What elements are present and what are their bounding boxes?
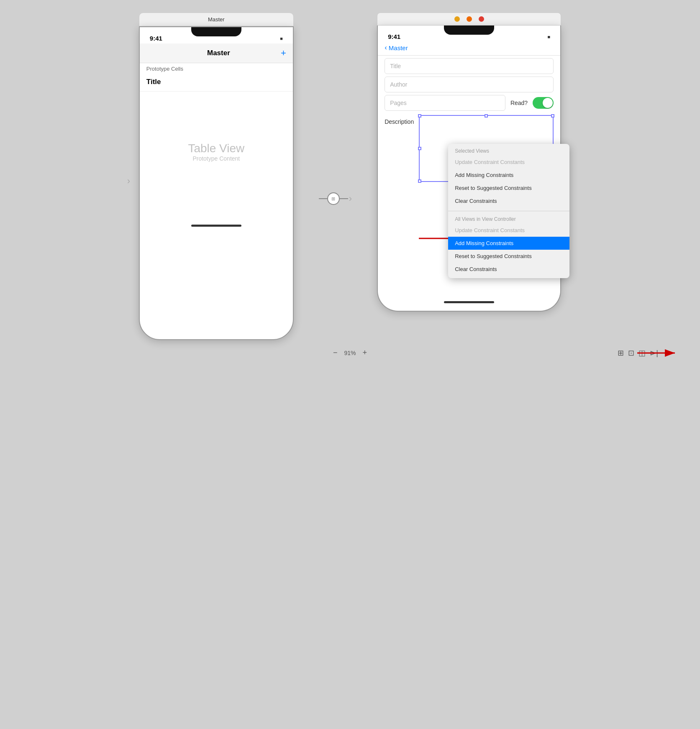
menu-item-add-missing-selected[interactable]: Add Missing Constraints (448, 169, 569, 182)
zoom-out-button[interactable]: − (331, 348, 339, 357)
prototype-cells-label: Prototype Cells (140, 63, 293, 73)
toggle-thumb (543, 98, 553, 108)
menu-item-clear-all[interactable]: Clear Constraints (448, 263, 569, 276)
menu-item-reset-all[interactable]: Reset to Suggested Constraints (448, 250, 569, 263)
back-button[interactable]: ‹ Master (385, 43, 554, 52)
handle-bot-left (418, 179, 421, 183)
handle-top-center (485, 114, 488, 118)
master-content: Master + Prototype Cells Title Table Vie… (140, 43, 293, 187)
bottom-red-arrow (633, 345, 683, 361)
detail-home-indicator (444, 301, 494, 303)
selected-views-section: Selected Views Update Constraint Constan… (448, 144, 569, 210)
table-view-placeholder: Table View Prototype Content (140, 92, 293, 187)
menu-item-add-missing-all[interactable]: Add Missing Constraints (448, 237, 569, 250)
description-label: Description (385, 115, 414, 125)
master-nav-bar: Master + (140, 43, 293, 63)
master-phone-wrapper: Master 9:41 ■ Master + Prototype Cells T… (139, 13, 294, 340)
all-views-label: All Views in View Controller (448, 215, 569, 224)
right-segue-arrow: › (349, 193, 352, 204)
traffic-yellow[interactable] (454, 16, 460, 22)
prototype-content-text: Prototype Content (192, 155, 240, 162)
handle-mid-left (418, 147, 421, 150)
detail-window-titlebar (377, 13, 561, 26)
menu-divider (448, 211, 569, 211)
master-battery: ■ (280, 36, 283, 41)
detail-nav-bar: ‹ Master (378, 42, 560, 56)
zoom-level: 91% (344, 350, 356, 356)
master-phone-frame: 9:41 ■ Master + Prototype Cells Title Ta… (139, 26, 294, 340)
left-segue-arrow: › (127, 176, 130, 187)
menu-item-clear-selected[interactable]: Clear Constraints (448, 194, 569, 207)
handle-top-left (418, 114, 421, 118)
author-field[interactable]: Author (385, 77, 554, 92)
all-views-section: All Views in View Controller Update Cons… (448, 212, 569, 278)
connector-line-left (319, 198, 327, 199)
master-home-indicator (191, 225, 241, 227)
master-title-text: Master (208, 16, 225, 23)
pages-field[interactable]: Pages (385, 95, 505, 111)
traffic-red[interactable] (479, 16, 484, 22)
read-toggle[interactable] (533, 97, 554, 109)
master-notch (191, 27, 241, 36)
master-add-button[interactable]: + (281, 48, 286, 59)
selected-views-label: Selected Views (448, 146, 569, 156)
read-label: Read? (510, 100, 528, 106)
menu-item-reset-selected[interactable]: Reset to Suggested Constraints (448, 182, 569, 194)
menu-item-update-constants-all[interactable]: Update Constraint Constants (448, 224, 569, 237)
segue-icon: ⊞ (327, 192, 340, 205)
master-window-title: Master (139, 13, 294, 26)
pages-placeholder: Pages (390, 100, 407, 106)
detail-phone-wrapper: 9:41 ■ ‹ Master Title Author Pages (377, 13, 561, 312)
back-label: Master (389, 44, 408, 51)
traffic-orange[interactable] (467, 16, 472, 22)
detail-time: 9:41 (388, 33, 400, 40)
title-field[interactable]: Title (385, 58, 554, 74)
toolbar-icon-1[interactable]: ⊞ (618, 348, 624, 358)
title-placeholder: Title (390, 63, 401, 69)
connector-line-right (340, 198, 348, 199)
master-time: 9:41 (150, 35, 162, 42)
chevron-left-icon: ‹ (385, 43, 387, 52)
menu-item-update-constants-selected[interactable]: Update Constraint Constants (448, 156, 569, 169)
master-nav-title: Master (156, 49, 281, 57)
author-placeholder: Author (390, 81, 407, 88)
handle-top-right (551, 114, 554, 118)
detail-battery: ■ (548, 34, 551, 39)
pages-read-row: Pages Read? (385, 95, 554, 111)
bottom-bar: − 91% + ⊞ ⊡ ◫ ⊳| (8, 348, 692, 357)
segue-connector: ⊞ › (319, 192, 352, 205)
detail-top-bar: 9:41 ■ (378, 26, 560, 42)
table-view-text: Table View (188, 142, 244, 155)
context-menu: Selected Views Update Constraint Constan… (448, 144, 569, 278)
zoom-in-button[interactable]: + (361, 348, 369, 357)
title-cell: Title (140, 73, 293, 92)
